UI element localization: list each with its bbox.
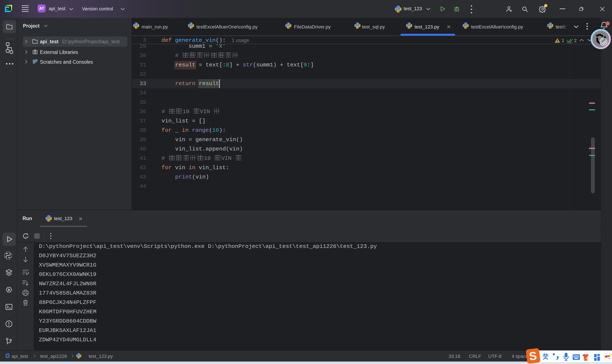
- svg-text:PC: PC: [7, 6, 10, 9]
